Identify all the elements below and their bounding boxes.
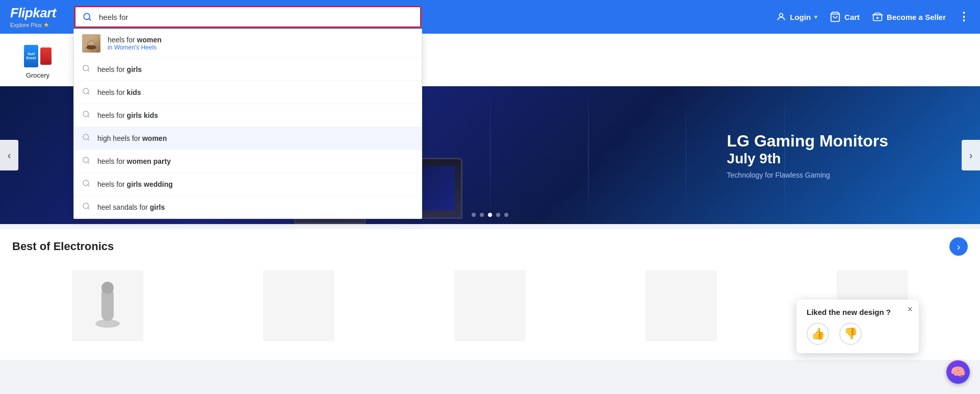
product-img-3 [454, 270, 526, 341]
dropdown-item-6[interactable]: heels for girls wedding [74, 173, 422, 196]
dd-text-2: heels for kids [97, 88, 141, 96]
feedback-title: Liked the new design ? [807, 308, 909, 316]
svg-point-8 [83, 111, 89, 117]
header-right: Login ▾ Cart Become a Seller ⋮ [776, 10, 970, 23]
search-icon-3 [82, 110, 90, 120]
dot-2[interactable] [488, 213, 492, 217]
feedback-close-button[interactable]: × [907, 305, 913, 314]
dropdown-item-1[interactable]: heels for girls [74, 58, 422, 81]
dropdown-item-4[interactable]: high heels for women [74, 127, 422, 150]
cart-icon [830, 11, 841, 22]
search-icon-7 [82, 202, 90, 212]
svg-line-13 [88, 162, 89, 163]
svg-line-1 [89, 18, 90, 20]
login-chevron: ▾ [814, 14, 817, 20]
dd-text-5: heels for women party [97, 157, 171, 165]
svg-line-7 [88, 93, 89, 94]
banner-dots [472, 213, 508, 217]
dropdown-item-0[interactable]: heels for women in Women's Heels [74, 29, 422, 58]
login-button[interactable]: Login ▾ [776, 12, 817, 22]
svg-point-14 [83, 180, 89, 186]
banner-prev-button[interactable]: ‹ [0, 140, 18, 170]
seller-label: Become a Seller [887, 13, 946, 21]
dd-text-6: heels for girls wedding [97, 180, 173, 188]
search-input[interactable] [99, 8, 420, 27]
search-dropdown: heels for women in Women's Heels heels f… [73, 29, 422, 219]
tagline-text: Explore Plus [10, 22, 42, 28]
dd-bold-0: women [137, 36, 162, 44]
dropdown-item-3[interactable]: heels for girls kids [74, 104, 422, 127]
feedback-toast: × Liked the new design ? 👍 👎 [796, 300, 919, 353]
dropdown-item-5[interactable]: heels for women party [74, 150, 422, 173]
dot-0[interactable] [472, 213, 476, 217]
search-box [74, 6, 421, 28]
svg-point-6 [83, 88, 89, 94]
more-button[interactable]: ⋮ [958, 10, 970, 23]
svg-line-11 [88, 139, 89, 140]
product-img-1 [72, 270, 143, 341]
product-card-3[interactable] [395, 264, 586, 348]
banner-subtext: Technology for Flawless Gaming [727, 171, 888, 179]
dot-4[interactable] [504, 213, 508, 217]
ai-assistant-button[interactable]: 🧠 [946, 360, 970, 384]
grocery-icon: SurfExcel [22, 41, 53, 71]
search-icon-1 [82, 64, 90, 75]
dd-normal-0: heels for [108, 36, 137, 44]
product-img-2 [263, 270, 334, 341]
logo-area: Flipkart Explore Plus ★ [10, 5, 66, 29]
product-card-4[interactable] [585, 264, 777, 348]
section-title: Best of Electronics [12, 240, 114, 253]
thumbs-down-button[interactable]: 👎 [839, 323, 862, 345]
product-card-2[interactable] [203, 264, 395, 348]
search-icon-4 [82, 133, 90, 143]
thumbs-up-button[interactable]: 👍 [807, 323, 829, 345]
banner-heading2: July 9th [727, 151, 888, 167]
svg-line-5 [88, 70, 89, 71]
banner-next-button[interactable]: › [962, 140, 980, 170]
banner-heading1: LG Gaming Monitors [727, 132, 888, 151]
dd-text-7: heel sandals for girls [97, 203, 165, 211]
svg-point-2 [86, 45, 96, 50]
search-wrapper: heels for women in Women's Heels heels f… [74, 6, 421, 28]
dd-subtitle-0: in Women's Heels [108, 44, 414, 51]
svg-point-10 [83, 134, 89, 140]
section-next-button[interactable]: › [949, 237, 968, 256]
svg-point-16 [83, 203, 89, 209]
nav-item-grocery[interactable]: SurfExcel Grocery [12, 38, 63, 82]
search-icon-5 [82, 156, 90, 166]
dd-text-3: heels for girls kids [97, 111, 158, 119]
dd-text-1: heels for girls [97, 65, 142, 73]
logo-text[interactable]: Flipkart [10, 5, 56, 21]
thumb-icon-0 [82, 34, 100, 53]
feedback-actions: 👍 👎 [807, 323, 909, 345]
store-icon [872, 12, 883, 22]
dd-text-4: high heels for women [97, 134, 167, 142]
svg-point-44 [101, 282, 114, 294]
nav-label-grocery: Grocery [26, 71, 49, 79]
product-card-1[interactable] [12, 264, 203, 348]
search-icon-2 [82, 87, 90, 97]
svg-point-4 [83, 65, 89, 71]
header: Flipkart Explore Plus ★ [0, 0, 980, 34]
banner-content: LG Gaming Monitors July 9th Technology f… [727, 132, 888, 179]
svg-line-9 [88, 116, 89, 117]
dot-3[interactable] [496, 213, 500, 217]
svg-line-17 [88, 208, 89, 209]
svg-point-18 [780, 13, 783, 17]
cart-button[interactable]: Cart [830, 11, 860, 22]
svg-line-15 [88, 185, 89, 186]
search-prefix-icon [75, 7, 99, 27]
seller-button[interactable]: Become a Seller [872, 12, 946, 22]
section-header: Best of Electronics › [0, 229, 980, 256]
dropdown-item-2[interactable]: heels for kids [74, 81, 422, 104]
nav-divider-1 [65, 50, 66, 70]
login-label: Login [790, 13, 811, 21]
search-icon-6 [82, 179, 90, 189]
dropdown-item-7[interactable]: heel sandals for girls [74, 196, 422, 218]
user-icon [776, 12, 786, 22]
dot-1[interactable] [480, 213, 484, 217]
dropdown-item-text-0: heels for women in Women's Heels [108, 36, 414, 51]
plus-star: ★ [43, 21, 49, 29]
svg-point-12 [83, 157, 89, 163]
product-img-4 [646, 270, 717, 341]
